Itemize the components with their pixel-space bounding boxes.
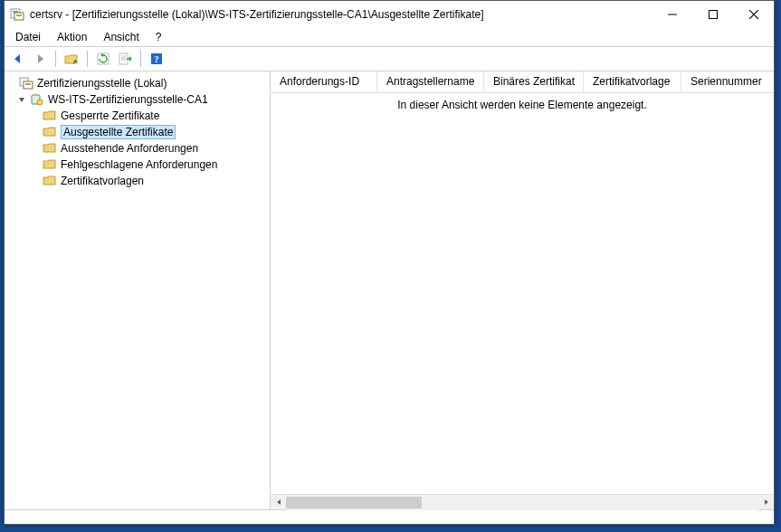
tree-root[interactable]: Zertifizierungsstelle (Lokal)	[5, 75, 270, 91]
tree-pane[interactable]: Zertifizierungsstelle (Lokal) WS-ITS-Zer…	[5, 71, 271, 509]
empty-message: In dieser Ansicht werden keine Elemente …	[271, 99, 774, 111]
statusbar	[5, 509, 774, 524]
toolbar-separator	[55, 51, 56, 67]
folder-icon	[43, 141, 57, 156]
scroll-track[interactable]	[286, 495, 758, 510]
tree-label: Fehlgeschlagene Anforderungen	[61, 158, 217, 171]
svg-rect-9	[119, 53, 128, 64]
svg-rect-3	[16, 14, 22, 16]
tree-label: Gesperrte Zertifikate	[61, 109, 159, 122]
tree-label: WS-ITS-Zertifizierungsstelle-CA1	[48, 93, 208, 106]
tree-label: Ausgestellte Zertifikate	[61, 125, 176, 139]
refresh-button[interactable]	[93, 49, 113, 69]
toolbar-separator	[140, 51, 141, 67]
maximize-button[interactable]	[692, 1, 733, 27]
folder-icon	[43, 174, 57, 188]
help-button[interactable]: ?	[147, 49, 167, 69]
menubar: Datei Aktion Ansicht ?	[5, 28, 774, 46]
folder-icon	[43, 157, 57, 172]
column-binary-cert[interactable]: Binäres Zertifikat	[484, 71, 584, 92]
window-title: certsrv - [Zertifizierungsstelle (Lokal)…	[30, 8, 652, 21]
scroll-right-icon[interactable]	[758, 495, 774, 510]
tree-label: Ausstehende Anforderungen	[61, 142, 198, 155]
folder-icon	[43, 109, 57, 123]
tree-issued[interactable]: Ausgestellte Zertifikate	[5, 124, 270, 140]
minimize-button[interactable]	[652, 1, 692, 27]
server-cert-icon	[30, 92, 44, 107]
column-cert-template[interactable]: Zertifikatvorlage	[584, 71, 681, 92]
menu-file[interactable]: Datei	[8, 29, 48, 45]
column-request-id[interactable]: Anforderungs-ID	[271, 71, 377, 92]
column-requester-name[interactable]: Antragstellername	[377, 71, 484, 92]
body-split: Zertifizierungsstelle (Lokal) WS-ITS-Zer…	[5, 71, 774, 509]
horizontal-scrollbar[interactable]	[271, 494, 774, 509]
tree-templates[interactable]: Zertifikatvorlagen	[5, 173, 270, 189]
tree-ca[interactable]: WS-ITS-Zertifizierungsstelle-CA1	[5, 91, 270, 108]
menu-view[interactable]: Ansicht	[96, 29, 146, 45]
scroll-thumb[interactable]	[286, 497, 422, 508]
tree-label: Zertifikatvorlagen	[61, 175, 144, 187]
svg-point-19	[37, 100, 43, 105]
tree-failed[interactable]: Fehlgeschlagene Anforderungen	[5, 157, 270, 173]
up-button[interactable]	[62, 49, 81, 69]
app-icon	[10, 7, 24, 22]
list-body[interactable]: In dieser Ansicht werden keine Elemente …	[271, 93, 774, 494]
back-button[interactable]	[8, 49, 28, 69]
toolbar-separator	[87, 51, 88, 67]
menu-action[interactable]: Aktion	[50, 29, 94, 45]
close-button[interactable]	[733, 1, 774, 27]
titlebar: certsrv - [Zertifizierungsstelle (Lokal)…	[5, 1, 774, 28]
column-serial-number[interactable]: Seriennummer	[681, 71, 774, 92]
app-window: certsrv - [Zertifizierungsstelle (Lokal)…	[4, 0, 775, 525]
svg-rect-5	[709, 10, 717, 18]
export-list-button[interactable]	[115, 49, 135, 69]
menu-help[interactable]: ?	[148, 29, 169, 45]
tree-label: Zertifizierungsstelle (Lokal)	[37, 77, 167, 90]
svg-rect-17	[25, 83, 31, 85]
tree-revoked[interactable]: Gesperrte Zertifikate	[5, 108, 270, 124]
tree-pending[interactable]: Ausstehende Anforderungen	[5, 140, 270, 157]
forward-button[interactable]	[30, 49, 50, 69]
scroll-left-icon[interactable]	[271, 495, 286, 510]
cert-authority-icon	[19, 76, 33, 90]
folder-icon	[43, 125, 57, 139]
window-controls	[652, 1, 774, 28]
list-header: Anforderungs-ID Antragstellername Binäre…	[271, 71, 774, 93]
toolbar: ?	[5, 46, 774, 71]
list-pane: Anforderungs-ID Antragstellername Binäre…	[271, 71, 774, 509]
chevron-down-icon[interactable]	[17, 95, 30, 104]
svg-text:?: ?	[154, 53, 159, 64]
